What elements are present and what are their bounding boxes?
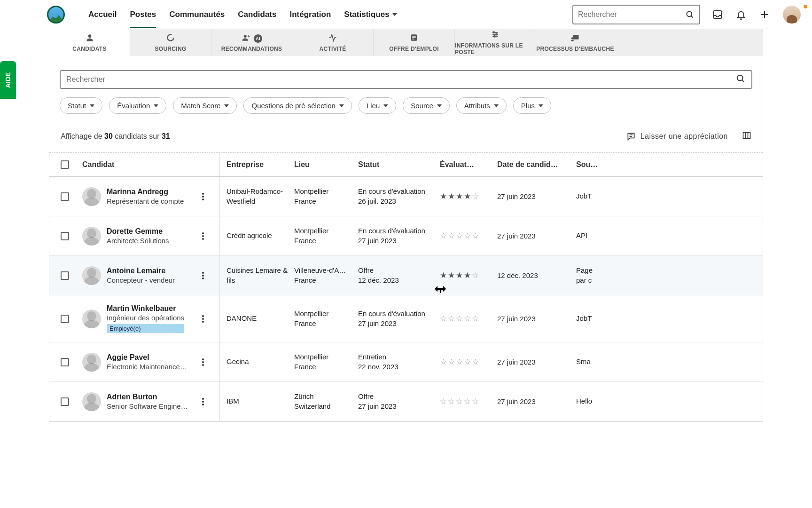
subtab-activit-[interactable]: ACTIVITÉ bbox=[292, 29, 374, 56]
bell-icon[interactable] bbox=[736, 9, 746, 20]
candidates-search[interactable] bbox=[60, 70, 752, 89]
row-checkbox[interactable] bbox=[61, 192, 69, 201]
nav-link-statistiques[interactable]: Statistiques bbox=[344, 1, 397, 28]
cell-rating[interactable]: ☆☆☆☆☆ bbox=[440, 397, 497, 406]
row-checkbox[interactable] bbox=[61, 232, 69, 240]
cell-rating[interactable]: ☆☆☆☆☆ bbox=[440, 357, 497, 367]
nav-link-accueil[interactable]: Accueil bbox=[88, 1, 117, 28]
row-checkbox[interactable] bbox=[61, 358, 69, 366]
cell-rating[interactable]: ★★★★☆ bbox=[440, 191, 497, 201]
cell-company: IBM bbox=[220, 397, 294, 406]
filter-chip-plus[interactable]: Plus bbox=[513, 97, 551, 114]
filter-chip-statut[interactable]: Statut bbox=[60, 97, 102, 114]
cell-rating[interactable]: ☆☆☆☆☆ bbox=[440, 231, 497, 241]
row-menu-icon[interactable] bbox=[199, 315, 207, 323]
candidate-avatar[interactable] bbox=[82, 392, 101, 411]
filter-chip-questions-de-pr-s-lection[interactable]: Questions de pré-sélection bbox=[243, 97, 351, 114]
select-all-checkbox[interactable] bbox=[61, 160, 69, 169]
row-menu-icon[interactable] bbox=[199, 193, 207, 200]
subtab-icon bbox=[166, 33, 175, 44]
cell-rating[interactable]: ☆☆☆☆☆ bbox=[440, 314, 497, 324]
row-menu-icon[interactable] bbox=[199, 232, 207, 240]
filter-chip--valuation[interactable]: Évaluation bbox=[109, 97, 166, 114]
row-checkbox[interactable] bbox=[61, 271, 69, 280]
subtab-processus-d-embauche[interactable]: PROCESSUS D'EMBAUCHE bbox=[536, 29, 614, 56]
cell-status: Offre12 déc. 2023 bbox=[358, 266, 440, 285]
table-row[interactable]: Antoine LemaireConcepteur - vendeurCuisi… bbox=[49, 256, 763, 295]
star-icon: ☆ bbox=[456, 357, 463, 367]
star-icon: ★ bbox=[456, 270, 463, 280]
col-header-evaluation[interactable]: Évaluat… bbox=[440, 160, 497, 169]
table-row[interactable]: Dorette GemmeArchitecte SolutionsCrédit … bbox=[49, 216, 763, 256]
app-logo[interactable] bbox=[47, 6, 65, 24]
star-icon: ☆ bbox=[440, 397, 447, 406]
subtab-informations-sur-le-poste[interactable]: INFORMATIONS SUR LE POSTE bbox=[455, 29, 536, 56]
col-header-candidate[interactable]: Candidat bbox=[80, 160, 219, 169]
nav-link-communautés[interactable]: Communautés bbox=[169, 1, 225, 28]
star-icon: ☆ bbox=[464, 231, 471, 241]
search-icon[interactable] bbox=[735, 73, 746, 86]
filter-chip-match-score[interactable]: Match Score bbox=[173, 97, 237, 114]
filter-chip-source[interactable]: Source bbox=[403, 97, 450, 114]
candidate-title: Concepteur - vendeur bbox=[107, 276, 175, 284]
table-row[interactable]: Adrien BurtonSenior Software Enginee…IBM… bbox=[49, 382, 763, 421]
subtab-recommandations[interactable]: AIRECOMMANDATIONS bbox=[211, 29, 292, 56]
row-checkbox[interactable] bbox=[61, 315, 69, 323]
cell-rating[interactable]: ★★★★☆ bbox=[440, 270, 497, 280]
col-header-location[interactable]: Lieu bbox=[294, 160, 358, 169]
table-row[interactable]: Marinna AndreggReprésentant de compteUni… bbox=[49, 177, 763, 216]
table-row[interactable]: Aggie PavelElectronic Maintenance S…Geci… bbox=[49, 342, 763, 382]
subtab-sourcing[interactable]: SOURCING bbox=[130, 29, 211, 56]
filter-chip-attributs[interactable]: Attributs bbox=[456, 97, 507, 114]
cell-location: Villeneuve-d'A…France bbox=[294, 266, 358, 285]
candidates-search-input[interactable] bbox=[66, 75, 735, 84]
svg-point-42 bbox=[202, 398, 204, 400]
search-icon[interactable] bbox=[685, 10, 695, 19]
global-search-input[interactable] bbox=[578, 10, 685, 19]
svg-point-36 bbox=[202, 315, 204, 317]
nav-link-intégration[interactable]: Intégration bbox=[290, 1, 331, 28]
columns-icon[interactable] bbox=[742, 131, 751, 142]
row-menu-icon[interactable] bbox=[199, 358, 207, 366]
candidate-avatar[interactable] bbox=[82, 310, 101, 328]
svg-point-17 bbox=[494, 36, 495, 37]
subtab-label: RECOMMANDATIONS bbox=[221, 46, 282, 52]
cell-date: 12 déc. 2023 bbox=[497, 271, 576, 279]
col-header-date[interactable]: Date de candid… bbox=[497, 160, 576, 169]
employee-badge: Employé(e) bbox=[107, 324, 184, 333]
subtab-offre-d-emploi[interactable]: OFFRE D'EMPLOI bbox=[374, 29, 455, 56]
svg-point-40 bbox=[202, 361, 204, 363]
subtab-icon bbox=[241, 33, 251, 43]
col-header-source[interactable]: Sou… bbox=[576, 160, 763, 169]
chip-label: Match Score bbox=[181, 102, 220, 110]
col-header-status[interactable]: Statut bbox=[358, 160, 440, 169]
candidate-title: Electronic Maintenance S… bbox=[107, 363, 188, 371]
inbox-icon[interactable] bbox=[712, 9, 723, 20]
row-menu-icon[interactable] bbox=[199, 398, 207, 405]
subtab-candidats[interactable]: CANDIDATS bbox=[49, 29, 130, 56]
star-icon: ★ bbox=[464, 270, 471, 280]
col-header-company[interactable]: Entreprise bbox=[220, 160, 294, 169]
cell-company: Unibail-Rodamco-Westfield bbox=[220, 187, 294, 206]
cell-location: MontpellierFrance bbox=[294, 352, 358, 372]
candidate-avatar[interactable] bbox=[82, 227, 101, 246]
table-row[interactable]: Martin WinkelbauerIngénieur des opératio… bbox=[49, 295, 763, 342]
candidate-avatar[interactable] bbox=[82, 187, 101, 206]
svg-point-5 bbox=[88, 34, 91, 38]
nav-link-candidats[interactable]: Candidats bbox=[238, 1, 276, 28]
svg-point-32 bbox=[202, 238, 204, 240]
global-search[interactable] bbox=[572, 5, 700, 24]
svg-point-44 bbox=[202, 404, 204, 405]
row-checkbox[interactable] bbox=[61, 397, 69, 406]
plus-icon[interactable] bbox=[759, 9, 770, 20]
user-avatar[interactable] bbox=[783, 6, 801, 24]
row-menu-icon[interactable] bbox=[199, 272, 207, 279]
leave-review-link[interactable]: Laisser une appréciation bbox=[626, 132, 728, 141]
help-tab[interactable]: AIDE bbox=[0, 61, 16, 99]
star-icon: ★ bbox=[448, 270, 455, 280]
candidate-avatar[interactable] bbox=[82, 353, 101, 372]
candidate-avatar[interactable] bbox=[82, 266, 101, 285]
svg-point-16 bbox=[496, 33, 497, 35]
nav-link-postes[interactable]: Postes bbox=[130, 1, 156, 28]
filter-chip-lieu[interactable]: Lieu bbox=[359, 97, 396, 114]
